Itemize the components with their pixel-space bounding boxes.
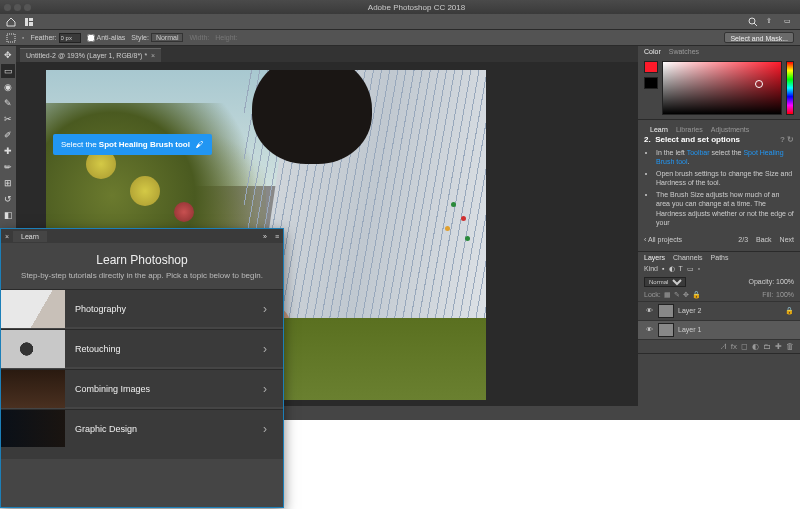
clone-stamp-tool[interactable]: ⊞ xyxy=(1,176,15,190)
layers-panel: Layers Channels Paths Kind ▪ ◐ T ▭ ▫ Nor… xyxy=(638,252,800,354)
overlay-sub: Step-by-step tutorials directly in the a… xyxy=(17,271,267,281)
filter-adj-icon[interactable]: ◐ xyxy=(669,265,675,273)
all-projects-link[interactable]: ‹ All projects xyxy=(644,236,682,243)
chevron-right-icon: › xyxy=(263,302,283,316)
tooltip-text: Select the Spot Healing Brush tool xyxy=(61,140,190,149)
layers-panel-tabs: Layers Channels Paths xyxy=(638,252,800,263)
topic-retouching[interactable]: Retouching › xyxy=(1,329,283,367)
marquee-tool[interactable]: ▭ xyxy=(1,64,15,78)
filter-smart-icon[interactable]: ▫ xyxy=(698,265,700,272)
layer-row[interactable]: 👁 Layer 1 xyxy=(638,320,800,339)
feather-input[interactable] xyxy=(59,33,81,43)
select-and-mask-button[interactable]: Select and Mask... xyxy=(724,32,794,43)
lock-trans-icon[interactable]: ▦ xyxy=(664,291,671,299)
antialias-checkbox[interactable] xyxy=(87,34,95,42)
svg-rect-5 xyxy=(7,34,15,42)
tab-channels[interactable]: Channels xyxy=(673,254,703,261)
close-icon[interactable]: × xyxy=(1,233,13,240)
opacity-value[interactable]: 100% xyxy=(776,278,794,285)
filter-shape-icon[interactable]: ▭ xyxy=(687,265,694,273)
learn-step-item: Open brush settings to change the Size a… xyxy=(656,169,794,187)
tab-layers[interactable]: Layers xyxy=(644,254,665,261)
back-button[interactable]: Back xyxy=(756,236,772,243)
tab-color[interactable]: Color xyxy=(644,48,661,55)
eyedropper-tool[interactable]: ✐ xyxy=(1,128,15,142)
layer-row[interactable]: 👁 Layer 2 🔒 xyxy=(638,301,800,320)
learn-overlay-window: × Learn » ≡ Learn Photoshop Step-by-step… xyxy=(0,228,284,508)
antialias-label: Anti-alias xyxy=(97,34,126,41)
help-icon[interactable]: ? xyxy=(780,135,785,144)
toolbar-link[interactable]: Toolbar xyxy=(687,149,710,156)
tab-adjustments[interactable]: Adjustments xyxy=(711,126,750,133)
layer-name[interactable]: Layer 1 xyxy=(678,326,701,333)
move-tool[interactable]: ✥ xyxy=(1,48,15,62)
window-controls[interactable] xyxy=(4,4,31,11)
topic-graphic-design[interactable]: Graphic Design › xyxy=(1,409,283,447)
color-panel-tabs: Color Swatches xyxy=(638,46,800,57)
overlay-tab[interactable]: Learn xyxy=(13,231,47,242)
lock-all-icon[interactable]: 🔒 xyxy=(692,291,701,299)
tab-paths[interactable]: Paths xyxy=(711,254,729,261)
color-field[interactable] xyxy=(662,61,782,115)
filter-pixel-icon[interactable]: ▪ xyxy=(662,265,664,272)
color-marker[interactable] xyxy=(755,80,763,88)
layer-name[interactable]: Layer 2 xyxy=(678,307,701,314)
document-tabs: Untitled-2 @ 193% (Layer 1, RGB/8*) * × xyxy=(16,46,638,62)
learn-nav: ‹ All projects 2/3 Back Next xyxy=(644,234,794,247)
new-layer-icon[interactable]: ✚ xyxy=(775,342,782,351)
tab-libraries[interactable]: Libraries xyxy=(676,126,703,133)
mask-icon[interactable]: ◻ xyxy=(741,342,748,351)
topic-photography[interactable]: Photography › xyxy=(1,289,283,327)
delete-icon[interactable]: 🗑 xyxy=(786,342,794,351)
step-title: 2. Select and set options xyxy=(644,135,740,144)
visibility-icon[interactable]: 👁 xyxy=(644,326,654,333)
lock-pos-icon[interactable]: ✥ xyxy=(683,291,689,299)
learn-panel-tabs: Learn Libraries Adjustments xyxy=(644,124,794,135)
svg-rect-1 xyxy=(29,18,33,21)
close-tab-icon[interactable]: × xyxy=(151,52,155,59)
arrange-icon[interactable] xyxy=(24,17,34,27)
style-dropdown[interactable]: Normal xyxy=(151,33,184,42)
topic-combining[interactable]: Combining Images › xyxy=(1,369,283,407)
hue-slider[interactable] xyxy=(786,61,794,115)
workspace-icon[interactable]: ▭ xyxy=(784,17,794,27)
visibility-icon[interactable]: 👁 xyxy=(644,307,654,314)
share-icon[interactable]: ⇪ xyxy=(766,17,776,27)
fill-value[interactable]: 100% xyxy=(776,291,794,298)
overlay-titlebar[interactable]: × Learn » ≡ xyxy=(1,229,283,243)
coach-tooltip[interactable]: Select the Spot Healing Brush tool 🖌 xyxy=(53,134,212,155)
fg-bg-indicator[interactable] xyxy=(644,61,658,115)
filter-type-icon[interactable]: T xyxy=(679,265,683,272)
tab-swatches[interactable]: Swatches xyxy=(669,48,699,55)
window-titlebar: Adobe Photoshop CC 2018 xyxy=(0,0,800,14)
blend-mode-select[interactable]: Normal xyxy=(644,277,686,287)
selection-mode-icon[interactable]: ▫ xyxy=(22,34,24,41)
history-brush-tool[interactable]: ↺ xyxy=(1,192,15,206)
next-button[interactable]: Next xyxy=(780,236,794,243)
brush-tool[interactable]: ✏ xyxy=(1,160,15,174)
feather-label: Feather: xyxy=(30,34,56,41)
svg-line-4 xyxy=(754,23,757,26)
topic-label: Photography xyxy=(65,304,263,314)
svg-rect-0 xyxy=(25,18,28,26)
group-icon[interactable]: 🗀 xyxy=(763,342,771,351)
options-bar: ▫ Feather: Anti-alias Style:Normal Width… xyxy=(0,30,800,46)
collapse-icon[interactable]: » xyxy=(259,233,271,240)
healing-brush-tool[interactable]: ✚ xyxy=(1,144,15,158)
crop-tool[interactable]: ✂ xyxy=(1,112,15,126)
link-layers-icon[interactable]: ⩘ xyxy=(719,342,727,351)
lock-paint-icon[interactable]: ✎ xyxy=(674,291,680,299)
fx-icon[interactable]: fx xyxy=(731,342,737,351)
panel-menu-icon[interactable]: ≡ xyxy=(271,233,283,240)
document-tab[interactable]: Untitled-2 @ 193% (Layer 1, RGB/8*) * × xyxy=(20,48,161,62)
tab-learn[interactable]: Learn xyxy=(650,126,668,133)
adjustment-icon[interactable]: ◐ xyxy=(752,342,759,351)
home-icon[interactable] xyxy=(6,17,16,27)
lock-icon: 🔒 xyxy=(785,307,794,315)
lasso-tool[interactable]: ◉ xyxy=(1,80,15,94)
search-icon[interactable] xyxy=(748,17,758,27)
eraser-tool[interactable]: ◧ xyxy=(1,208,15,222)
marquee-tool-icon[interactable] xyxy=(6,33,16,43)
reset-icon[interactable]: ↻ xyxy=(787,135,794,144)
quick-select-tool[interactable]: ✎ xyxy=(1,96,15,110)
